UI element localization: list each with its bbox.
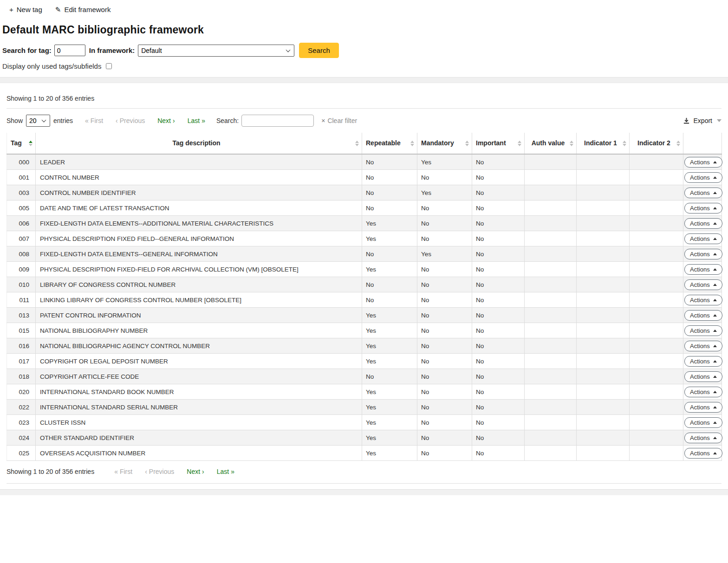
previous-page-link-bottom[interactable]: ‹ Previous xyxy=(145,468,174,475)
actions-cell: Actions xyxy=(683,277,722,292)
actions-button[interactable]: Actions xyxy=(684,371,722,382)
next-page-link-bottom[interactable]: Next › xyxy=(187,468,204,475)
tag-cell: 005 xyxy=(7,201,36,216)
actions-button[interactable]: Actions xyxy=(684,356,722,367)
actions-cell: Actions xyxy=(683,415,722,430)
display-only-checkbox[interactable] xyxy=(106,63,112,69)
search-for-tag-label: Search for tag: xyxy=(2,46,52,54)
indicator1-cell xyxy=(577,400,630,415)
actions-button[interactable]: Actions xyxy=(684,249,722,259)
indicator1-cell xyxy=(577,246,630,262)
actions-button-label: Actions xyxy=(690,373,710,380)
column-header-indicator-1[interactable]: Indicator 1 xyxy=(577,133,630,154)
actions-button[interactable]: Actions xyxy=(684,218,722,229)
column-header-repeatable[interactable]: Repeatable xyxy=(362,133,417,154)
last-page-link[interactable]: Last » xyxy=(188,117,205,124)
clear-filter-button[interactable]: × Clear filter xyxy=(321,117,357,124)
tag-cell: 015 xyxy=(7,323,36,338)
indicator2-cell xyxy=(630,430,683,446)
indicator1-cell xyxy=(577,216,630,231)
auth-value-cell xyxy=(525,354,577,369)
first-page-link[interactable]: « First xyxy=(85,117,103,124)
column-header-important[interactable]: Important xyxy=(472,133,525,154)
last-page-link-bottom[interactable]: Last » xyxy=(217,468,234,475)
edit-framework-label: Edit framework xyxy=(64,6,110,13)
actions-cell: Actions xyxy=(683,400,722,415)
table-row: 009PHYSICAL DESCRIPTION FIXED-FIELD FOR … xyxy=(7,262,722,277)
actions-button[interactable]: Actions xyxy=(684,310,722,321)
actions-button[interactable]: Actions xyxy=(684,279,722,290)
first-page-link-bottom[interactable]: « First xyxy=(114,468,132,475)
new-tag-button[interactable]: + New tag xyxy=(9,6,42,13)
actions-button[interactable]: Actions xyxy=(684,341,722,351)
repeatable-cell: Yes xyxy=(362,354,417,369)
previous-page-link[interactable]: ‹ Previous xyxy=(116,117,145,124)
entries-info-top: Showing 1 to 20 of 356 entries xyxy=(6,95,722,102)
actions-button[interactable]: Actions xyxy=(684,387,722,397)
table-row: 013PATENT CONTROL INFORMATIONYesNoNoActi… xyxy=(7,308,722,323)
actions-button-label: Actions xyxy=(690,327,710,334)
column-header-indicator-2[interactable]: Indicator 2 xyxy=(630,133,683,154)
repeatable-cell: No xyxy=(362,369,417,384)
important-cell: No xyxy=(472,338,525,354)
export-button[interactable]: Export xyxy=(683,117,722,124)
actions-button[interactable]: Actions xyxy=(684,233,722,244)
actions-button[interactable]: Actions xyxy=(684,264,722,275)
actions-cell: Actions xyxy=(683,201,722,216)
actions-button[interactable]: Actions xyxy=(684,188,722,198)
actions-button-label: Actions xyxy=(690,281,710,288)
table-row: 024OTHER STANDARD IDENTIFIERYesNoNoActio… xyxy=(7,430,722,446)
repeatable-cell: No xyxy=(362,201,417,216)
caret-up-icon xyxy=(713,268,717,271)
tag-cell: 009 xyxy=(7,262,36,277)
caret-up-icon xyxy=(713,284,717,286)
repeatable-cell: No xyxy=(362,170,417,185)
column-header-label: Important xyxy=(476,139,506,147)
double-chevron-right-icon: » xyxy=(231,468,234,475)
actions-button-label: Actions xyxy=(690,189,710,196)
framework-select[interactable]: Default xyxy=(138,45,294,57)
tag-search-form: Search for tag: In framework: Default Se… xyxy=(0,43,728,58)
actions-button[interactable]: Actions xyxy=(684,203,722,214)
per-page-select[interactable]: 20 xyxy=(26,115,50,127)
show-label: Show xyxy=(6,117,23,124)
description-cell: COPYRIGHT ARTICLE-FEE CODE xyxy=(36,369,362,384)
actions-button[interactable]: Actions xyxy=(684,417,722,428)
caret-up-icon xyxy=(713,437,717,439)
actions-button-label: Actions xyxy=(690,266,710,273)
column-header-mandatory[interactable]: Mandatory xyxy=(417,133,472,154)
actions-button[interactable]: Actions xyxy=(684,448,722,459)
column-header-tag[interactable]: Tag xyxy=(7,133,36,154)
pagination-bottom: « First ‹ Previous Next › Last » xyxy=(114,468,234,475)
sort-icon xyxy=(623,141,626,146)
column-header-tag-description[interactable]: Tag description xyxy=(36,133,362,154)
column-header-auth-value[interactable]: Auth value xyxy=(525,133,577,154)
actions-button[interactable]: Actions xyxy=(684,295,722,305)
tag-cell: 022 xyxy=(7,400,36,415)
table-row: 025OVERSEAS ACQUISITION NUMBERYesNoNoAct… xyxy=(7,446,722,461)
table-search-input[interactable] xyxy=(241,115,314,127)
description-cell: LEADER xyxy=(36,154,362,170)
search-button[interactable]: Search xyxy=(299,43,339,58)
indicator1-cell xyxy=(577,292,630,308)
actions-button[interactable]: Actions xyxy=(684,433,722,443)
column-header-label: Indicator 2 xyxy=(637,139,670,147)
actions-button-label: Actions xyxy=(690,312,710,319)
mandatory-cell: No xyxy=(417,369,472,384)
next-page-link[interactable]: Next › xyxy=(157,117,175,124)
entries-info-bottom: Showing 1 to 20 of 356 entries xyxy=(6,468,94,475)
important-cell: No xyxy=(472,262,525,277)
actions-button[interactable]: Actions xyxy=(684,172,722,183)
indicator1-cell xyxy=(577,369,630,384)
column-header-label: Auth value xyxy=(532,139,565,147)
actions-button[interactable]: Actions xyxy=(684,325,722,336)
mandatory-cell: No xyxy=(417,338,472,354)
tag-search-input[interactable] xyxy=(54,45,85,56)
edit-framework-button[interactable]: ✎ Edit framework xyxy=(55,6,111,13)
actions-button-label: Actions xyxy=(690,450,710,457)
indicator2-cell xyxy=(630,277,683,292)
mandatory-cell: No xyxy=(417,323,472,338)
actions-button[interactable]: Actions xyxy=(684,157,722,168)
actions-button[interactable]: Actions xyxy=(684,402,722,413)
repeatable-cell: Yes xyxy=(362,262,417,277)
